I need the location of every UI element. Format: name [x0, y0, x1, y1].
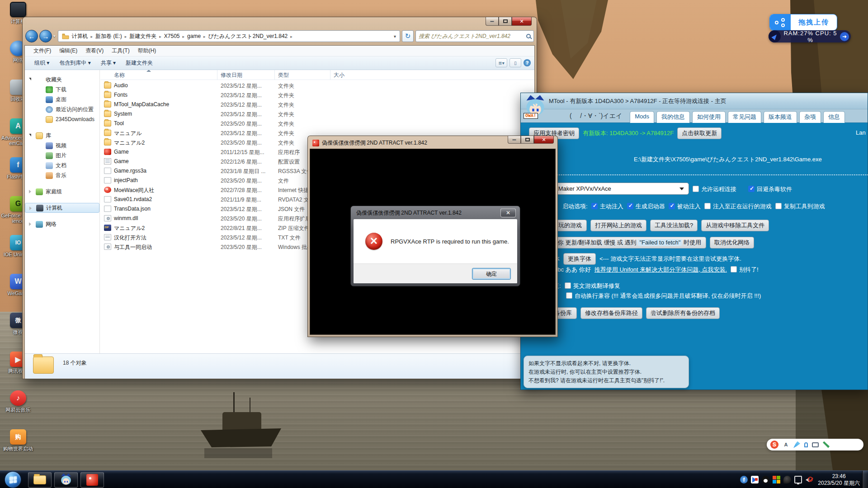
mtool-tab[interactable]: 常见问题: [728, 111, 761, 123]
taskbar-explorer-button[interactable]: [28, 472, 52, 488]
bird-tray-icon[interactable]: [783, 476, 791, 483]
allow-remote-checkbox[interactable]: 允许远程连接: [693, 185, 736, 193]
expander-icon[interactable]: [29, 78, 31, 80]
show-desktop-button[interactable]: [862, 471, 868, 488]
maximize-button[interactable]: [521, 136, 534, 144]
history-dropdown-icon[interactable]: ▾: [53, 34, 56, 38]
mtool-tab[interactable]: 版本频道: [764, 111, 797, 123]
game-window-titlebar[interactable]: 偽偨傒傫僋僄僗僩 2ND ATTRACT ver.1.842: [312, 139, 427, 147]
sidebar-item[interactable]: 图片: [25, 150, 99, 160]
breadcrumb-arrow-icon[interactable]: ▸: [181, 34, 187, 39]
breadcrumb-arrow-icon[interactable]: ▸: [89, 34, 95, 39]
menu-item[interactable]: 帮助(H): [134, 47, 160, 55]
file-row[interactable]: MTool_MapDataCache 2023/5/12 星期... 文件夹: [100, 100, 534, 109]
avoid-antivirus-checkbox[interactable]: 回避杀毒软件: [748, 185, 792, 193]
sidebar-item[interactable]: 最近访问的位置: [25, 104, 99, 114]
breadcrumb-segment[interactable]: 计算机: [71, 33, 89, 39]
back-button[interactable]: ←: [25, 30, 38, 42]
passive-inject-checkbox[interactable]: 被动注入: [669, 202, 701, 211]
column-header-date[interactable]: 修改日期: [221, 71, 242, 79]
active-inject-checkbox[interactable]: 主动注入: [591, 202, 623, 211]
change-view-button[interactable]: ≣▾: [495, 58, 507, 67]
sidebar-item[interactable]: 网络: [25, 219, 99, 229]
file-row[interactable]: System 2023/5/12 星期... 文件夹: [100, 109, 534, 119]
wordwrap-compat-checkbox[interactable]: 自动换行兼容 (!!! 通常会造成很多问题并且破坏翻译, 仅在必须时开启 !!!…: [566, 292, 761, 300]
breadcrumb-arrow-icon[interactable]: ▸: [123, 34, 129, 39]
breadcrumb-segment[interactable]: ぴたみんクエスト2ND_ver1.842: [208, 33, 289, 39]
tool-not-loading-button[interactable]: 工具没法加载?: [650, 220, 698, 231]
sidebar-item[interactable]: 视频: [25, 141, 99, 150]
checkbox-checked-icon[interactable]: [748, 186, 755, 192]
forward-button[interactable]: →: [39, 30, 52, 42]
refresh-icon[interactable]: ↻: [402, 30, 414, 42]
volume-muted-icon[interactable]: [805, 476, 813, 483]
sogou-logo-icon[interactable]: S: [770, 441, 778, 449]
breadcrumb-segment[interactable]: 新加卷 (E:): [94, 33, 123, 39]
flash-tray-icon[interactable]: f: [740, 476, 748, 483]
expander-icon[interactable]: [29, 222, 31, 226]
column-header-type[interactable]: 类型: [278, 71, 289, 79]
breadcrumb-arrow-icon[interactable]: ▸: [157, 34, 163, 39]
file-row[interactable]: Audio 2023/5/12 星期... 文件夹: [100, 81, 534, 90]
soft-keyboard-icon[interactable]: [812, 442, 819, 447]
mtool-tab[interactable]: 杂项: [799, 111, 821, 123]
engine-select[interactable]: RPG Maker XP/Vx/VxAce: [539, 183, 689, 195]
netdisk-upload-widget[interactable]: 拖拽上传: [769, 14, 837, 31]
qq-tray-icon[interactable]: [762, 476, 769, 483]
network-tray-icon[interactable]: [794, 476, 802, 483]
menu-item[interactable]: 编辑(E): [55, 47, 81, 55]
expander-icon[interactable]: [29, 134, 31, 136]
menu-grid-icon[interactable]: [834, 441, 840, 448]
checkbox-icon[interactable]: [693, 186, 699, 192]
close-button[interactable]: ✕: [534, 136, 554, 144]
sidebar-item[interactable]: 家庭组: [25, 187, 99, 197]
mtool-titlebar[interactable]: MTool - 有新版本 1D4DA300 > A784912F - 正在等待游…: [521, 93, 868, 109]
sidebar-item[interactable]: 文档: [25, 160, 99, 170]
taskbar-clock[interactable]: 23:46 2023/5/20 星期六: [818, 473, 860, 487]
sidebar-item[interactable]: 收藏夹: [25, 75, 99, 84]
get-update-button[interactable]: 点击获取更新: [677, 127, 722, 139]
monitor-expand-icon[interactable]: ➜: [840, 32, 849, 41]
breadcrumb-segment[interactable]: game: [186, 33, 202, 39]
inject-running-checkbox[interactable]: 注入至正在运行的游戏: [704, 202, 772, 211]
toolbar-button[interactable]: 包含到库中 ▾: [54, 59, 95, 67]
app-tray-icon[interactable]: [751, 476, 759, 483]
open-web-game-button[interactable]: 打开网站上的游戏: [590, 220, 646, 231]
sidebar-item[interactable]: 库: [25, 131, 99, 141]
sidebar-item[interactable]: 桌面: [25, 94, 99, 104]
copy-tool-checkbox[interactable]: 复制工具到游戏: [775, 202, 825, 211]
sidebar-item[interactable]: 音乐: [25, 170, 99, 180]
ok-button[interactable]: 确定: [472, 268, 511, 280]
mtool-tab[interactable]: 信息: [823, 111, 845, 123]
taskbar-game-button[interactable]: [80, 472, 104, 488]
cancel-network-opt-button[interactable]: 取消优化网络: [710, 237, 754, 249]
toolbar-button[interactable]: 共享 ▾: [96, 59, 121, 67]
search-box[interactable]: [415, 30, 534, 42]
file-row[interactable]: Fonts 2023/5/12 星期... 文件夹: [100, 90, 534, 100]
menu-item[interactable]: 工具(T): [108, 47, 133, 55]
column-header-name[interactable]: 名称: [114, 71, 125, 79]
breadcrumb-segment[interactable]: X7505: [163, 33, 181, 39]
toolbar-button[interactable]: 新建文件夹: [121, 59, 158, 67]
desktop-icon[interactable]: ♪ 网易云音乐: [1, 390, 35, 427]
toolbar-button[interactable]: 组织 ▾: [29, 59, 54, 67]
eng-translation-fix-checkbox[interactable]: 英文游戏翻译修复: [565, 282, 620, 290]
breadcrumb-arrow-icon[interactable]: ▸: [288, 34, 294, 39]
remove-tool-files-button[interactable]: 从游戏中移除工具文件: [701, 220, 769, 231]
text-mode-icon[interactable]: A: [783, 441, 789, 448]
sidebar-item[interactable]: 下载: [25, 84, 99, 94]
language-label-cut[interactable]: Lan: [856, 129, 868, 136]
system-monitor-widget[interactable]: RAM:27% CPU: 5 % ➜: [769, 30, 851, 42]
change-font-button[interactable]: 更换字体: [563, 253, 596, 265]
taskbar-mtool-button[interactable]: [54, 472, 78, 488]
change-backup-path-button[interactable]: 修改存档备份库路径: [580, 307, 642, 319]
unifont-link[interactable]: 推荐使用 Unifont 来解决大部分字体问题, 点我安装.: [594, 266, 727, 274]
menu-item[interactable]: 文件(F): [29, 47, 55, 55]
expander-icon[interactable]: [29, 190, 31, 193]
gen-launcher-checkbox[interactable]: 生成启动器: [627, 202, 665, 211]
maximize-button[interactable]: [499, 17, 512, 26]
menu-item[interactable]: 查看(V): [81, 47, 108, 55]
minimize-button[interactable]: [508, 136, 521, 144]
breadcrumb-arrow-icon[interactable]: ▸: [202, 34, 208, 39]
breadcrumb[interactable]: 计算机▸新加卷 (E:)▸新建文件夹▸X7505▸game▸ぴたみんクエスト2N…: [58, 30, 400, 42]
